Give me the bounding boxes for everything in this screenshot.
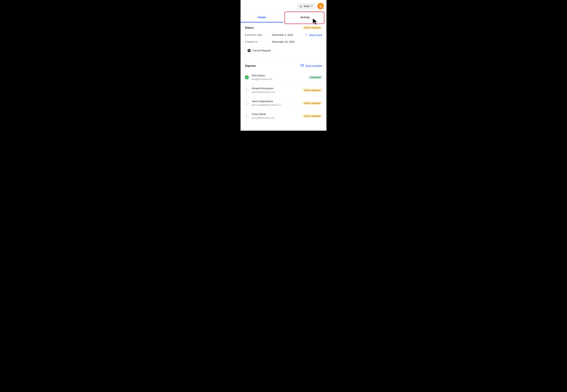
cancel-label: Cancel Request [252,49,271,52]
signee-info: Ginny Woolfginny@bloomsbury.uk [252,113,300,119]
cancel-request-button[interactable]: Cancel Request [245,47,274,54]
tab-details[interactable]: Details [240,13,283,22]
signees-title: Signees [245,64,256,68]
show-more-label: Show more [309,33,322,37]
tab-bar: Details Activity [240,12,327,23]
status-section: Status Out for signature Expiration date… [240,23,327,57]
details-panel: Save U Details Activity Status Out for s… [240,0,327,131]
signee-name: Jason Argonautica [252,100,300,103]
check-circle-icon [245,75,249,79]
send-reminder-label: Send reminder [305,64,322,67]
caret-down-icon [311,5,313,7]
signee-name: Dina Soires [252,74,305,77]
signee-name: Almand Nussbaum [252,87,300,90]
save-button[interactable]: Save [297,3,315,9]
signee-info: Dina Soiresdina@jurassica.com [252,74,305,81]
pending-circle-icon [245,101,249,105]
created-value: November 16, 2021 [272,40,322,43]
pending-circle-icon [245,114,249,118]
mail-icon [301,64,304,68]
tab-activity[interactable]: Activity [284,13,327,22]
show-more-link[interactable]: Show more [305,33,322,37]
signee-name: Ginny Woolf [252,113,300,116]
signee-email: ginny@bloomsbury.uk [252,117,300,119]
signee-info: Almand Nussbaumalmand@bestnuts.com [252,87,300,93]
status-badge: Out for signature [303,26,322,29]
signee-email: dina@jurassica.com [252,78,305,81]
created-label: Created on: [245,40,272,43]
cancel-icon [248,49,251,52]
signee-email: almand@bestnuts.com [252,91,300,93]
expiration-label: Expiration date: [245,33,272,37]
expiration-value: November 2, 2021 [272,33,305,37]
download-icon [300,5,302,7]
avatar-initial: U [320,5,322,8]
signee-status-badge: Out for signature [303,88,322,92]
tab-details-label: Details [258,16,266,19]
signee-email: jason.argo@fleecerentals.co [252,104,300,106]
signee-row: Dina Soiresdina@jurassica.comCompleted [245,71,322,84]
status-title: Status [245,26,254,29]
signee-status-badge: Completed [308,76,322,79]
pending-circle-icon [245,88,249,92]
signee-list: Dina Soiresdina@jurassica.comCompletedAl… [245,71,322,122]
signee-row: Almand Nussbaumalmand@bestnuts.comOut fo… [245,84,322,97]
created-row: Created on: November 16, 2021 [245,40,322,46]
signee-status-badge: Out for signature [303,114,322,118]
signee-info: Jason Argonauticajason.argo@fleecerental… [252,100,300,106]
expiration-row: Expiration date: November 2, 2021 Show m… [245,32,322,40]
chevron-down-icon [305,33,308,37]
user-avatar-menu[interactable]: U [317,3,324,9]
tab-activity-label: Activity [300,16,310,19]
panel-header: Save U [240,0,327,12]
signee-row: Jason Argonauticajason.argo@fleecerental… [245,97,322,110]
avatar-caret-icon [322,7,324,10]
signee-row: Ginny Woolfginny@bloomsbury.ukOut for si… [245,110,322,122]
save-label: Save [304,5,310,8]
signees-section: Signees Send reminder Dina Soiresdina@ju… [240,60,327,122]
send-reminder-link[interactable]: Send reminder [301,64,322,68]
signee-status-badge: Out for signature [303,101,322,105]
